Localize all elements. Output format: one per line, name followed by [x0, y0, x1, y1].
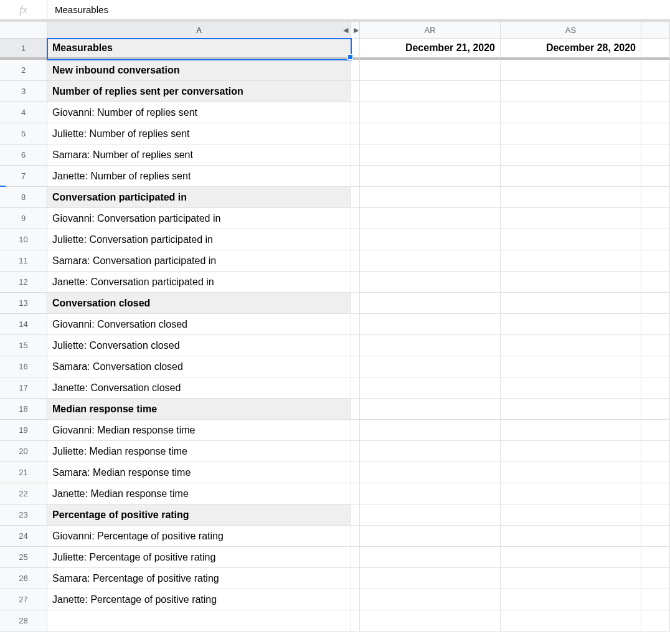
cell-ar[interactable]: [360, 356, 501, 377]
cell-as[interactable]: [501, 166, 641, 187]
row-header[interactable]: 23: [0, 504, 47, 526]
cell-as[interactable]: [501, 589, 641, 610]
cell-tail[interactable]: [641, 568, 670, 589]
cell-as[interactable]: December 28, 2020: [501, 39, 641, 60]
cell-tail[interactable]: [641, 420, 670, 441]
row-header[interactable]: 28: [0, 610, 47, 632]
cell-a[interactable]: Samara: Median response time: [47, 462, 351, 483]
cell-ar[interactable]: [360, 102, 501, 123]
hidden-columns-gutter[interactable]: ▶: [351, 20, 360, 39]
cell-ar[interactable]: December 21, 2020: [360, 39, 501, 60]
cell-a[interactable]: Samara: Percentage of positive rating: [47, 568, 351, 589]
cell-tail[interactable]: [641, 187, 670, 208]
cell-ar[interactable]: [360, 420, 501, 441]
cell-as[interactable]: [501, 335, 641, 356]
cell-as[interactable]: [501, 102, 641, 123]
cell-tail[interactable]: [641, 399, 670, 420]
expand-columns-icon[interactable]: ▶: [354, 26, 359, 34]
cell-ar[interactable]: [360, 610, 501, 632]
cell-as[interactable]: [501, 399, 641, 420]
column-header-as[interactable]: AS: [501, 20, 641, 39]
cell-ar[interactable]: [360, 81, 501, 102]
cell-a[interactable]: New inbound conversation: [47, 60, 351, 81]
cell-tail[interactable]: [641, 60, 670, 81]
cell-as[interactable]: [501, 610, 641, 632]
cell-as[interactable]: [501, 462, 641, 483]
cell-ar[interactable]: [360, 568, 501, 589]
cell-ar[interactable]: [360, 441, 501, 462]
cell-tail[interactable]: [641, 250, 670, 272]
cell-tail[interactable]: [641, 102, 670, 123]
cell-tail[interactable]: [641, 547, 670, 568]
formula-input[interactable]: [47, 0, 670, 19]
row-header[interactable]: 17: [0, 377, 47, 399]
cell-as[interactable]: [501, 81, 641, 102]
row-header[interactable]: 5: [0, 123, 47, 144]
row-header[interactable]: 12: [0, 272, 47, 293]
cell-as[interactable]: [501, 314, 641, 335]
cell-as[interactable]: [501, 356, 641, 377]
row-header[interactable]: 18: [0, 399, 47, 420]
cell-a[interactable]: Samara: Conversation participated in: [47, 250, 351, 272]
cell-as[interactable]: [501, 229, 641, 250]
cell-tail[interactable]: [641, 356, 670, 377]
row-header[interactable]: 3: [0, 81, 47, 102]
cell-ar[interactable]: [360, 272, 501, 293]
cell-as[interactable]: [501, 187, 641, 208]
cell-tail[interactable]: [641, 229, 670, 250]
cell-ar[interactable]: [360, 229, 501, 250]
row-header[interactable]: 16: [0, 356, 47, 377]
cell-tail[interactable]: [641, 335, 670, 356]
cell-as[interactable]: [501, 526, 641, 547]
cell-tail[interactable]: [641, 39, 670, 60]
row-header[interactable]: 14: [0, 314, 47, 335]
cell-tail[interactable]: [641, 526, 670, 547]
cell-tail[interactable]: [641, 293, 670, 314]
row-header[interactable]: 21: [0, 462, 47, 483]
row-header[interactable]: 25: [0, 547, 47, 568]
cell-a[interactable]: Conversation participated in: [47, 187, 351, 208]
cell-ar[interactable]: [360, 483, 501, 504]
cell-ar[interactable]: [360, 399, 501, 420]
cell-a[interactable]: Giovanni: Median response time: [47, 420, 351, 441]
cell-as[interactable]: [501, 208, 641, 229]
row-header[interactable]: 11: [0, 250, 47, 272]
cell-ar[interactable]: [360, 377, 501, 399]
cell-tail[interactable]: [641, 589, 670, 610]
cell-a[interactable]: Conversation closed: [47, 293, 351, 314]
column-header-tail[interactable]: [641, 20, 670, 39]
cell-a[interactable]: Janette: Percentage of positive rating: [47, 589, 351, 610]
cell-as[interactable]: [501, 60, 641, 81]
cell-as[interactable]: [501, 420, 641, 441]
cell-a[interactable]: Giovanni: Number of replies sent: [47, 102, 351, 123]
select-all-corner[interactable]: [0, 20, 47, 39]
cell-tail[interactable]: [641, 314, 670, 335]
cell-a[interactable]: Samara: Conversation closed: [47, 356, 351, 377]
cell-a[interactable]: Median response time: [47, 399, 351, 420]
cell-ar[interactable]: [360, 314, 501, 335]
row-header[interactable]: 20: [0, 441, 47, 462]
cell-a[interactable]: Giovanni: Conversation closed: [47, 314, 351, 335]
cell-tail[interactable]: [641, 123, 670, 144]
cell-ar[interactable]: [360, 166, 501, 187]
cell-as[interactable]: [501, 293, 641, 314]
cell-ar[interactable]: [360, 462, 501, 483]
row-header[interactable]: 22: [0, 483, 47, 504]
cell-a[interactable]: Measurables: [47, 39, 351, 60]
cell-ar[interactable]: [360, 250, 501, 272]
cell-tail[interactable]: [641, 462, 670, 483]
cell-ar[interactable]: [360, 60, 501, 81]
column-header-a[interactable]: A◀: [47, 20, 351, 39]
cell-a[interactable]: Juliette: Number of replies sent: [47, 123, 351, 144]
row-header[interactable]: 4: [0, 102, 47, 123]
cell-ar[interactable]: [360, 335, 501, 356]
cell-as[interactable]: [501, 441, 641, 462]
cell-ar[interactable]: [360, 293, 501, 314]
cell-as[interactable]: [501, 123, 641, 144]
cell-a[interactable]: Giovanni: Percentage of positive rating: [47, 526, 351, 547]
cell-tail[interactable]: [641, 483, 670, 504]
cell-as[interactable]: [501, 272, 641, 293]
cell-as[interactable]: [501, 250, 641, 272]
row-header[interactable]: 27: [0, 589, 47, 610]
cell-a[interactable]: Janette: Median response time: [47, 483, 351, 504]
